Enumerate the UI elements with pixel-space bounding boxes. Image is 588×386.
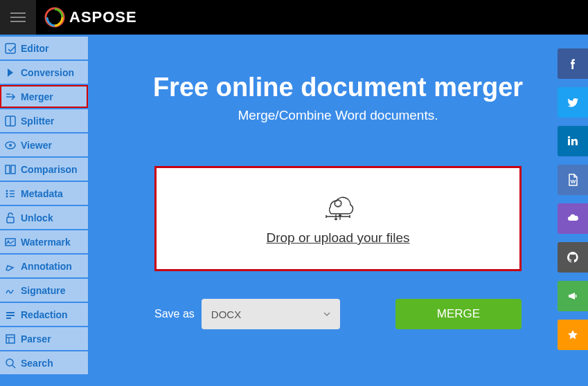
content: Free online document merger Merge/Combin… — [88, 35, 588, 386]
upload-cloud-icon — [321, 192, 355, 222]
sidebar-item-conversion[interactable]: Conversion — [0, 61, 88, 84]
sidebar-item-signature[interactable]: Signature — [0, 279, 88, 302]
facebook-icon — [566, 57, 580, 71]
linkedin-icon — [566, 134, 580, 148]
header: ASPOSE — [0, 0, 588, 35]
sidebar-item-label: Conversion — [21, 67, 74, 78]
sidebar-item-unlock[interactable]: Unlock — [0, 206, 88, 229]
save-format-select[interactable]: DOCX — [202, 299, 340, 329]
sidebar-item-label: Splitter — [21, 116, 54, 127]
social-star-button[interactable] — [558, 320, 588, 350]
megaphone-icon — [566, 289, 580, 303]
save-as-label: Save as — [154, 308, 195, 320]
merge-button[interactable]: MERGE — [395, 299, 522, 329]
metadata-icon — [4, 187, 17, 200]
sidebar-item-label: Unlock — [21, 212, 53, 223]
viewer-icon — [4, 139, 17, 151]
dropzone-label: Drop or upload your files — [267, 230, 410, 246]
social-bar: W — [558, 48, 588, 358]
sidebar-item-viewer[interactable]: Viewer — [0, 134, 88, 156]
file-dropzone[interactable]: Drop or upload your files — [154, 166, 522, 271]
editor-icon — [4, 42, 17, 55]
unlock-icon — [4, 212, 17, 224]
sidebar-item-label: Watermark — [21, 237, 71, 248]
svg-rect-15 — [6, 239, 15, 246]
chevron-down-icon — [323, 312, 330, 316]
word-icon: W — [566, 173, 580, 187]
social-word-button[interactable]: W — [558, 165, 588, 195]
svg-rect-20 — [6, 335, 15, 343]
annotation-icon — [4, 260, 17, 273]
splitter-icon — [4, 115, 17, 127]
signature-icon — [4, 284, 17, 297]
sidebar-item-search[interactable]: Search — [0, 351, 88, 374]
sidebar-item-label: Search — [21, 358, 53, 369]
sidebar-item-splitter[interactable]: Splitter — [0, 109, 88, 132]
svg-rect-29 — [568, 139, 570, 145]
sidebar-item-comparison[interactable]: Comparison — [0, 158, 88, 181]
search-icon — [4, 357, 17, 369]
sidebar-item-label: Viewer — [21, 140, 52, 151]
sidebar-item-watermark[interactable]: Watermark — [0, 230, 88, 253]
sidebar-item-editor[interactable]: Editor — [0, 37, 88, 59]
conversion-icon — [4, 66, 17, 79]
aspose-icon — [44, 7, 65, 28]
svg-point-30 — [568, 136, 570, 138]
sidebar-item-redaction[interactable]: Redaction — [0, 303, 88, 326]
sidebar-item-label: Merger — [21, 91, 53, 102]
sidebar-item-label: Annotation — [21, 261, 72, 272]
svg-rect-14 — [7, 217, 14, 223]
star-icon — [566, 328, 580, 342]
sidebar-item-label: Parser — [21, 333, 51, 344]
sidebar-item-label: Comparison — [21, 164, 78, 175]
sidebar: EditorConversionMergerSplitterViewerComp… — [0, 35, 88, 386]
comparison-icon — [4, 163, 17, 176]
sidebar-item-metadata[interactable]: Metadata — [0, 182, 88, 205]
github-icon — [566, 250, 580, 264]
svg-point-9 — [6, 192, 8, 194]
sidebar-item-label: Editor — [21, 43, 48, 54]
svg-line-24 — [12, 365, 15, 368]
twitter-icon — [566, 95, 580, 109]
social-facebook-button[interactable] — [558, 48, 588, 79]
svg-point-8 — [6, 190, 8, 192]
svg-text:W: W — [571, 178, 576, 185]
sidebar-item-label: Metadata — [21, 188, 63, 199]
svg-rect-7 — [11, 165, 15, 174]
svg-point-0 — [46, 8, 64, 26]
cloud-icon — [566, 212, 580, 226]
page-title: Free online document merger — [153, 73, 523, 102]
page-subtitle: Merge/Combine Word documents. — [238, 108, 438, 123]
social-github-button[interactable] — [558, 242, 588, 273]
parser-icon — [4, 333, 17, 345]
social-cloud-button[interactable] — [558, 203, 588, 234]
watermark-icon — [4, 236, 17, 248]
social-twitter-button[interactable] — [558, 87, 588, 118]
sidebar-item-merger[interactable]: Merger — [0, 85, 88, 108]
merger-icon — [4, 91, 17, 103]
redaction-icon — [4, 309, 17, 321]
svg-rect-6 — [6, 165, 10, 174]
svg-point-5 — [9, 144, 12, 147]
sidebar-item-parser[interactable]: Parser — [0, 327, 88, 350]
sidebar-item-label: Signature — [21, 285, 66, 296]
brand-text: ASPOSE — [69, 8, 137, 26]
hamburger-menu[interactable] — [0, 0, 36, 35]
svg-point-23 — [6, 359, 13, 366]
brand-logo[interactable]: ASPOSE — [44, 7, 137, 28]
sidebar-item-annotation[interactable]: Annotation — [0, 255, 88, 277]
svg-point-10 — [6, 195, 8, 197]
save-format-value: DOCX — [211, 309, 241, 320]
sidebar-item-label: Redaction — [21, 309, 68, 320]
social-linkedin-button[interactable] — [558, 126, 588, 156]
social-megaphone-button[interactable] — [558, 281, 588, 311]
save-row: Save as DOCX MERGE — [154, 299, 522, 329]
